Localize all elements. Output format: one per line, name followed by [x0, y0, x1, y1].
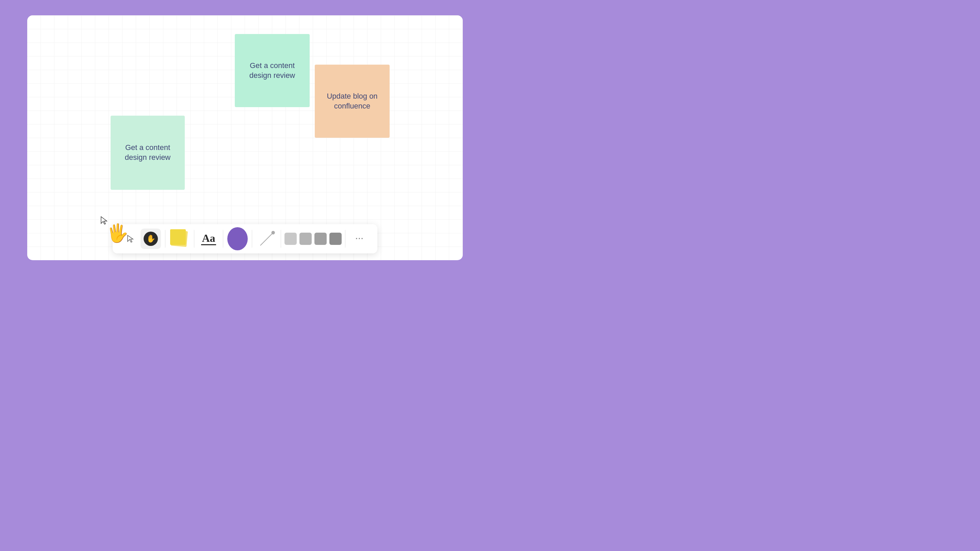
text-tool-button[interactable]: Aa [198, 229, 219, 249]
sticky-note-3-text: Get a content design review [118, 143, 178, 162]
toolbar-section-more: ··· [346, 224, 373, 253]
divider-6 [345, 230, 345, 248]
sticky-note-2-text: Update blog on confluence [321, 92, 383, 111]
svg-marker-0 [101, 217, 107, 224]
text-aa-label: Aa [202, 233, 215, 243]
grab-icon: ✋ [146, 234, 156, 243]
toolbar-section-shape [224, 224, 251, 253]
more-icon: ··· [352, 234, 368, 243]
grab-tool-button[interactable]: ✋ [140, 229, 161, 249]
sticky-note-1-text: Get a content design review [242, 61, 303, 80]
divider-3 [223, 230, 223, 248]
text-tool-icon: Aa [201, 233, 216, 245]
arrow-cursor-icon [100, 216, 108, 225]
svg-line-3 [260, 233, 273, 246]
color-swatch-2[interactable] [299, 233, 312, 245]
sticky-note-2[interactable]: Update blog on confluence [315, 65, 390, 138]
toolbar-section-text: Aa [195, 224, 222, 253]
shape-tool-button[interactable] [227, 229, 248, 249]
sticky-note-3[interactable]: Get a content design review [111, 116, 185, 190]
line-tool-button[interactable] [256, 229, 277, 249]
toolbar-section-line [253, 224, 280, 253]
color-swatch-1[interactable] [285, 233, 297, 245]
cursor-icon [127, 235, 134, 243]
color-swatch-3[interactable] [314, 233, 327, 245]
color-swatches-section [282, 233, 344, 245]
text-underline [201, 244, 216, 245]
shape-circle-icon [227, 227, 248, 250]
canvas-area[interactable]: Get a content design review Update blog … [27, 15, 463, 260]
color-swatch-4[interactable] [329, 233, 342, 245]
sticky-note-1[interactable]: Get a content design review [235, 34, 310, 107]
line-tool-icon [256, 227, 277, 251]
more-options-button[interactable]: ··· [350, 229, 370, 249]
whiteboard-canvas: Get a content design review Update blog … [27, 15, 463, 260]
divider-4 [252, 230, 252, 248]
toolbar-section-sticky [166, 224, 193, 253]
sticky-note-tool-button[interactable] [169, 229, 190, 249]
divider-1 [165, 230, 165, 248]
select-tool-button[interactable] [120, 229, 140, 249]
divider-5 [281, 230, 281, 248]
sticky-note-tool-icon [169, 229, 190, 249]
svg-marker-1 [127, 235, 133, 242]
toolbar: ✋ Aa [113, 224, 377, 253]
divider-2 [194, 230, 194, 248]
toolbar-section-cursor: ✋ [117, 224, 164, 253]
